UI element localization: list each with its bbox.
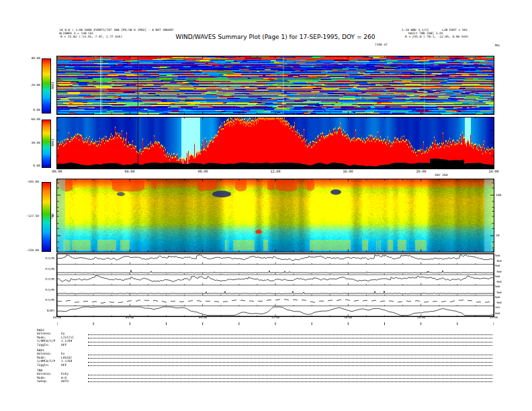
- strip-axis-tick-0000: 00:00: [53, 316, 61, 319]
- waves-summary-plot-page: 14 0:0 + 1:06 GOOD EVENTS/TOT 388 [PQ:SB…: [0, 0, 532, 411]
- rad1-colorbar-tick-min: 0.00: [20, 165, 40, 168]
- receiver-config-legend: RAD2 Antenna:Ey Mode:LIST[1] 1/4MCA/S/P1…: [37, 328, 494, 383]
- strip-axis-tick-2000: 20:00: [417, 316, 425, 319]
- legend-ruler-ticks: [57, 322, 494, 326]
- rad1-colorbar: [42, 120, 51, 168]
- strip-axis-tick-2400: 24:00: [490, 316, 498, 319]
- rad2-colorbar: [42, 58, 51, 113]
- strip-label-5: E(V/M): [27, 299, 55, 302]
- strip1-ymin: -5e0: [495, 260, 502, 263]
- strip-label-6: B(NT): [27, 310, 55, 312]
- strip1-ymax: 5e0: [495, 255, 500, 257]
- strip2-ymin: -5e0: [495, 271, 502, 273]
- time-tick-2000: 20:00: [416, 170, 426, 173]
- rad1-panel-label: RAD1: [52, 139, 55, 146]
- strip-label-3: E(V/M): [27, 278, 55, 281]
- freq-unit-label: MHz: [495, 44, 500, 47]
- dotted-leader: [88, 354, 492, 355]
- strip3-ymax: 5e0: [495, 275, 500, 278]
- time-tick-0400: 04:00: [124, 170, 134, 173]
- tnr-colorbar-tick-min: -150.00: [19, 249, 39, 253]
- dotted-leader: [88, 361, 492, 363]
- strip-axis-tick-1200: 12:00: [271, 316, 279, 319]
- rad2-panel-label: RAD2: [52, 82, 55, 89]
- dotted-leader: [88, 374, 492, 375]
- tnr-spectrogram: [56, 179, 494, 253]
- legend-row: Sweep:AUTO: [37, 379, 494, 383]
- strip5-ymin: -5e0: [495, 302, 502, 304]
- strip-axis-tick-0400: 04:00: [126, 316, 134, 319]
- strip6-ymin: 0e0: [495, 312, 500, 315]
- dotted-leader: [88, 334, 492, 335]
- dotted-leader: [88, 377, 492, 379]
- page-title: WIND/WAVES Summary Plot (Page 1) for 17-…: [176, 34, 375, 40]
- dotted-leader: [88, 381, 492, 382]
- rad1-spectrogram: [56, 117, 494, 169]
- strip-label-1: E(V/M): [27, 257, 55, 260]
- day-label: DAY 260: [435, 174, 448, 177]
- strip-label-4: E(V/M): [27, 289, 55, 291]
- strip6-ymax: 2e1: [495, 306, 500, 309]
- dotted-leader: [88, 357, 492, 359]
- header-foot-label: L2B FOOT = 501: [442, 29, 468, 32]
- time-axis-title: TIME UT: [375, 44, 388, 47]
- rad2-spectrogram: [56, 56, 494, 115]
- strip4-ymax: 5e0: [495, 285, 500, 288]
- strip-charts: [56, 253, 494, 317]
- strip4-ymin: -5e0: [495, 291, 502, 294]
- legend-row-label: Sweep:: [37, 379, 61, 383]
- rad2-colorbar-tick-mid: 20.00: [20, 84, 40, 87]
- legend-row-value: OFF: [61, 343, 88, 347]
- strip-axis-tick-1600: 16:00: [344, 316, 352, 319]
- strip-axis-tick-0800: 08:00: [199, 316, 207, 319]
- legend-row-value: AUTO: [61, 379, 88, 383]
- dotted-leader: [88, 341, 492, 342]
- legend-row-value: OFF: [61, 363, 88, 367]
- time-tick-0800: 08:00: [197, 170, 208, 173]
- rad1-colorbar-tick-mid: 30.00: [20, 142, 40, 145]
- tnr-colorbar-tick-mid: -127.50: [19, 215, 39, 218]
- strip2-ymax: 5e0: [495, 265, 500, 267]
- time-tick-2400: 24:00: [488, 170, 498, 173]
- tnr-colorbar: [42, 182, 51, 252]
- tnr-freq-tick-10: 10: [496, 234, 499, 238]
- header-position-left: R = 15.82 (-13.55, 7.97, 1.77 GSE): [60, 36, 122, 39]
- dotted-leader: [88, 337, 492, 338]
- strip5-ymax: 5e0: [495, 296, 500, 299]
- legend-row-label: Toggle:: [37, 343, 61, 347]
- time-tick-1600: 16:00: [343, 170, 353, 173]
- dotted-leader: [88, 365, 492, 366]
- rad1-colorbar-tick-max: 60.00: [20, 118, 40, 122]
- tnr-panel-label: TNR: [52, 214, 55, 219]
- tnr-freq-tick-100: 100: [496, 194, 501, 197]
- header-position-right: R = 235.0 (-78.1, -22.45, 0.96 GSE): [405, 36, 469, 39]
- rad2-colorbar-tick-max: 40.00: [20, 57, 40, 60]
- dotted-leader: [88, 345, 492, 346]
- rad2-colorbar-tick-min: 0.00: [20, 109, 40, 112]
- strip-label-2: E(V/M): [27, 268, 55, 271]
- tnr-colorbar-tick-max: -105.00: [19, 181, 39, 184]
- time-tick-1200: 12:00: [270, 170, 280, 173]
- legend-row-label: Toggle:: [37, 363, 61, 367]
- time-tick-0000: 00:00: [52, 170, 62, 173]
- strip3-ymin: -5e0: [495, 281, 502, 283]
